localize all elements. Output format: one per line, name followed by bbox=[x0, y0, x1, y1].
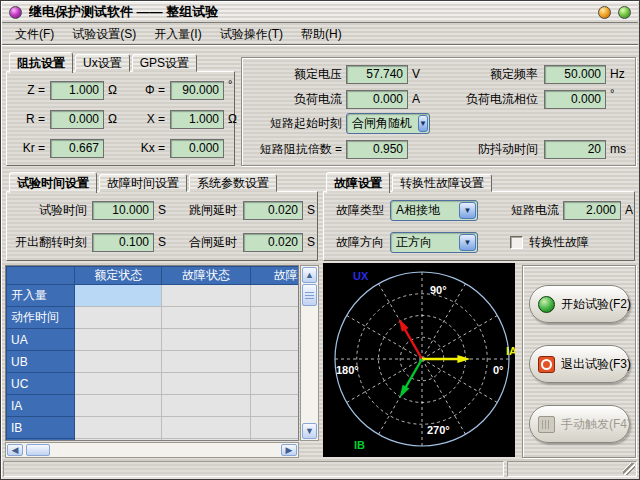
menu-item-1[interactable]: 试验设置(S) bbox=[63, 23, 145, 46]
table-cell[interactable] bbox=[250, 395, 299, 417]
tab-system-param-settings[interactable]: 系统参数设置 bbox=[189, 174, 277, 192]
tab-test-time-settings[interactable]: 试验时间设置 bbox=[9, 172, 97, 193]
fault-tab-control: 故障设置 转换性故障设置 故障类型 A相接地 ▼ 短路电流 2.000 A 故障… bbox=[323, 171, 635, 261]
anti-shake-label: 防抖动时间 bbox=[392, 141, 538, 158]
exit-test-button[interactable]: 退出试验(F3) bbox=[529, 345, 630, 383]
table-cell[interactable] bbox=[75, 285, 162, 307]
table-cell[interactable] bbox=[250, 417, 299, 439]
minimize-button[interactable] bbox=[598, 6, 611, 19]
timing-tab-control: 试验时间设置 故障时间设置 系统参数设置 试验时间 10.000 S 跳闸延时 … bbox=[6, 171, 318, 261]
table-cell[interactable] bbox=[162, 307, 250, 329]
tab-convertible-fault-settings[interactable]: 转换性故障设置 bbox=[392, 174, 492, 192]
scroll-down-icon[interactable]: ▼ bbox=[302, 423, 317, 439]
table-cell[interactable] bbox=[75, 329, 162, 351]
tab-fault-settings[interactable]: 故障设置 bbox=[326, 172, 390, 193]
table-cell[interactable] bbox=[250, 351, 299, 373]
menu-item-3[interactable]: 试验操作(T) bbox=[211, 23, 292, 46]
table-cell[interactable] bbox=[75, 351, 162, 373]
table-cell[interactable] bbox=[162, 285, 250, 307]
table-cell[interactable] bbox=[250, 373, 299, 395]
table-cell[interactable] bbox=[162, 351, 250, 373]
menu-item-0[interactable]: 文件(F) bbox=[6, 23, 63, 46]
load-current-label: 负荷电流 bbox=[242, 91, 342, 108]
table-cell[interactable] bbox=[162, 329, 250, 351]
impedance-panel: Z = 1.000 Ω Φ = 90.000 ° R = 0.000 Ω X =… bbox=[6, 71, 235, 166]
close-delay-label: 合闸延时 bbox=[169, 234, 237, 251]
rated-voltage-label: 额定电压 bbox=[242, 66, 342, 83]
kr-field[interactable]: 0.667 bbox=[50, 139, 104, 158]
phi-unit: ° bbox=[228, 78, 232, 90]
status-panel-secondary bbox=[507, 461, 637, 477]
close-delay-field[interactable]: 0.020 bbox=[243, 233, 303, 252]
menu-item-2[interactable]: 开入量(I) bbox=[145, 23, 210, 46]
table-cell[interactable] bbox=[75, 373, 162, 395]
phi-field[interactable]: 90.000 bbox=[170, 81, 224, 100]
fault-type-dropdown[interactable]: A相接地 ▼ bbox=[390, 200, 478, 221]
rated-frequency-field[interactable]: 50.000 bbox=[544, 65, 606, 84]
rated-frequency-label: 额定频率 bbox=[392, 66, 538, 83]
x-field[interactable]: 1.000 bbox=[170, 110, 224, 129]
fault-type-value: A相接地 bbox=[391, 202, 458, 219]
table-row: UA bbox=[7, 329, 300, 351]
vertical-scrollbar[interactable]: ▲ ▼ bbox=[300, 265, 319, 441]
manual-trigger-button[interactable]: 手动触发(F4) bbox=[529, 405, 630, 443]
anti-shake-field[interactable]: 20 bbox=[544, 140, 606, 159]
tab-impedance-settings[interactable]: 阻抗设置 bbox=[9, 52, 73, 73]
tab-ux-settings[interactable]: Ux设置 bbox=[75, 54, 130, 72]
scroll-right-icon[interactable]: ▶ bbox=[281, 444, 297, 456]
table-row: 动作时间 bbox=[7, 307, 300, 329]
table-cell[interactable] bbox=[250, 329, 299, 351]
chevron-down-icon[interactable]: ▼ bbox=[418, 115, 428, 132]
table-cell[interactable] bbox=[75, 307, 162, 329]
tab-gps-settings[interactable]: GPS设置 bbox=[132, 54, 197, 72]
flip-time-field[interactable]: 0.100 bbox=[92, 233, 154, 252]
anti-shake-unit: ms bbox=[610, 142, 626, 156]
fault-type-label: 故障类型 bbox=[336, 202, 384, 219]
z-field[interactable]: 1.000 bbox=[50, 81, 104, 100]
table-cell[interactable] bbox=[250, 307, 299, 329]
r-field[interactable]: 0.000 bbox=[50, 110, 104, 129]
short-start-dropdown[interactable]: 合闸角随机 ▼ bbox=[346, 113, 430, 134]
corner-cell bbox=[7, 267, 75, 285]
load-phase-label: 负荷电流相位 bbox=[392, 91, 538, 108]
table-cell[interactable] bbox=[162, 439, 250, 442]
impedance-tab-control: 阻抗设置 Ux设置 GPS设置 Z = 1.000 Ω Φ = 90.000 °… bbox=[6, 51, 235, 166]
menu-item-4[interactable]: 帮助(H) bbox=[292, 23, 351, 46]
trip-delay-field[interactable]: 0.020 bbox=[243, 201, 303, 220]
short-current-field[interactable]: 2.000 bbox=[563, 201, 621, 220]
kx-field[interactable]: 0.000 bbox=[170, 139, 224, 158]
table-cell[interactable] bbox=[162, 395, 250, 417]
horizontal-scrollbar[interactable]: ◀ ▶ bbox=[5, 442, 299, 458]
window-menu-icon[interactable] bbox=[9, 6, 22, 19]
scroll-up-icon[interactable]: ▲ bbox=[302, 267, 317, 283]
z-label: Z = bbox=[11, 83, 45, 97]
table-row: UB bbox=[7, 351, 300, 373]
row-header: UC bbox=[7, 373, 75, 395]
table-cell[interactable] bbox=[75, 417, 162, 439]
close-button[interactable] bbox=[618, 6, 631, 19]
phasor-polar-chart: 90°180°0°270°UXIAIB bbox=[323, 263, 515, 457]
tab-fault-time-settings[interactable]: 故障时间设置 bbox=[99, 174, 187, 192]
row-header: 开入量 bbox=[7, 285, 75, 307]
table-cell[interactable] bbox=[75, 439, 162, 442]
svg-text:90°: 90° bbox=[430, 284, 447, 296]
chevron-down-icon[interactable]: ▼ bbox=[459, 202, 476, 219]
load-phase-field[interactable]: 0.000 bbox=[544, 90, 606, 109]
horizontal-scroll-thumb[interactable] bbox=[26, 444, 50, 456]
test-time-field[interactable]: 10.000 bbox=[92, 201, 154, 220]
table-cell[interactable] bbox=[162, 373, 250, 395]
resize-grip[interactable] bbox=[623, 463, 635, 475]
short-start-label: 短路起始时刻 bbox=[242, 115, 342, 132]
chevron-down-icon[interactable]: ▼ bbox=[459, 234, 476, 251]
table-cell[interactable] bbox=[75, 395, 162, 417]
table-cell[interactable] bbox=[162, 417, 250, 439]
table-cell[interactable] bbox=[250, 439, 299, 442]
scroll-left-icon[interactable]: ◀ bbox=[7, 444, 23, 456]
row-header: IB bbox=[7, 417, 75, 439]
fault-direction-dropdown[interactable]: 正方向 ▼ bbox=[390, 232, 478, 253]
vertical-scroll-thumb[interactable] bbox=[302, 284, 317, 306]
start-test-button[interactable]: 开始试验(F2) bbox=[529, 285, 630, 323]
convertible-fault-checkbox[interactable] bbox=[510, 236, 523, 249]
table-cell[interactable] bbox=[250, 285, 299, 307]
action-button-panel: 开始试验(F2) 退出试验(F3) 手动触发(F4) bbox=[522, 265, 636, 458]
